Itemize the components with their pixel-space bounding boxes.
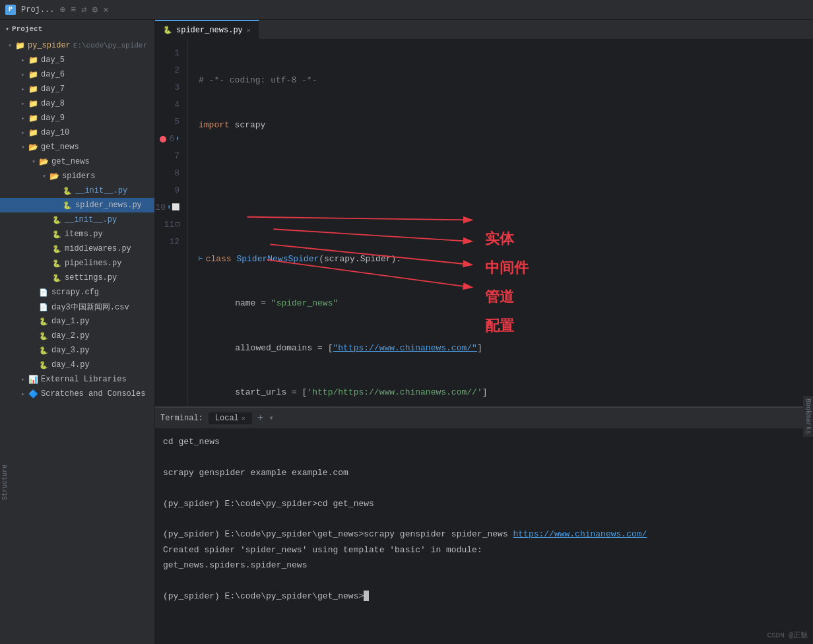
sidebar-item-day3py[interactable]: 🐍 day_3.py (0, 343, 154, 358)
sidebar-item-day9[interactable]: ▸ 📁 day_9 (0, 111, 154, 125)
sidebar-project-header[interactable]: ▾ Project (0, 20, 154, 38)
folder-icon: 📁 (28, 55, 38, 65)
toolbar-settings[interactable]: ⚙ (92, 4, 98, 15)
sidebar-item-getnews-inner[interactable]: ▾ 📂 get_news (0, 154, 154, 169)
sidebar-item-pipelines[interactable]: 🐍 pipelines.py (0, 256, 154, 271)
folder-label: day_10 (41, 128, 69, 137)
sidebar-item-day4py[interactable]: 🐍 day_4.py (0, 358, 154, 372)
code-line-3 (199, 162, 813, 179)
editor-content: 1 2 3 4 5 6 ⬆ 7 8 9 10 ⬆ ⬜ (155, 40, 813, 406)
terminal-dropdown-icon[interactable]: ▾ (269, 413, 273, 423)
folder-icon: 📁 (28, 69, 38, 80)
scratches-label: Scratches and Consoles (41, 389, 145, 399)
py-file-icon: 🐍 (62, 200, 73, 210)
root-name: py_spider (28, 41, 71, 50)
sidebar-item-spider-news[interactable]: 🐍 spider_news.py (0, 198, 154, 212)
folder-label: External Libraries (41, 375, 127, 384)
folder-label: get_news (41, 143, 79, 152)
file-label: items.py (65, 230, 103, 239)
code-text: class (206, 253, 237, 267)
sidebar-item-scratches[interactable]: ▸ 🔷 Scratches and Consoles (0, 387, 154, 401)
sidebar-item-init2[interactable]: 🐍 __init__.py (0, 212, 154, 227)
sidebar-item-settings[interactable]: 🐍 settings.py (0, 271, 154, 285)
file-label: pipelines.py (65, 259, 121, 268)
py-file-icon: 🐍 (51, 229, 62, 240)
line-numbers: 1 2 3 4 5 6 ⬆ 7 8 9 10 ⬆ ⬜ (155, 40, 188, 406)
sidebar-item-getnews[interactable]: ▾ 📂 get_news (0, 140, 154, 154)
terminal-line: get_news.spiders.spider_news (163, 558, 805, 573)
terminal-close-icon[interactable]: ✕ (242, 414, 245, 422)
sidebar-item-spiders[interactable]: ▾ 📂 spiders (0, 169, 154, 183)
sidebar-item-items[interactable]: 🐍 items.py (0, 227, 154, 242)
chevron-right-icon: ▸ (18, 85, 28, 93)
sidebar-item-day2py[interactable]: 🐍 day_2.py (0, 329, 154, 343)
tree-root[interactable]: ▾ 📁 py_spider E:\code\py_spider (0, 38, 154, 53)
sidebar-item-init1[interactable]: 🐍 __init__.py (0, 183, 154, 198)
sidebar-item-day6[interactable]: ▸ 📁 day_6 (0, 67, 154, 82)
terminal-tab-label: Local (215, 414, 239, 423)
file-label: day_4.py (51, 360, 90, 370)
toolbar-btn-3[interactable]: ⇄ (81, 4, 86, 15)
terminal-prompt-line: (py_spider) E:\code\py_spider\get_news> (163, 589, 805, 604)
folder-icon: 📁 (28, 98, 38, 109)
folder-open-icon: 📂 (49, 171, 59, 181)
code-text: # -*- coding: utf-8 -*- (199, 74, 317, 88)
code-editor[interactable]: # -*- coding: utf-8 -*- import scrapy ⊢ … (188, 40, 813, 406)
project-label: Project (12, 25, 42, 33)
folder-open-icon: 📂 (28, 142, 38, 152)
line-num-7: 7 (155, 148, 185, 165)
terminal-line (163, 573, 805, 589)
project-title: Proj... (21, 5, 54, 15)
csv-file-icon: 📄 (38, 302, 49, 312)
sidebar-item-day5[interactable]: ▸ 📁 day_5 (0, 53, 154, 67)
terminal-label: Terminal: (160, 414, 203, 423)
toolbar-btn-1[interactable]: ⊕ (59, 4, 65, 15)
structure-label[interactable]: Structure (0, 462, 10, 503)
line-num-6: 6 ⬆ (155, 131, 185, 148)
code-text: start_urls = [ (214, 386, 307, 400)
sidebar-item-day1py[interactable]: 🐍 day_1.py (0, 314, 154, 329)
tab-close-icon[interactable]: ✕ (247, 26, 251, 34)
sidebar-item-day7[interactable]: ▸ 📁 day_7 (0, 82, 154, 96)
terminal-content[interactable]: cd get_news scrapy genspider example exa… (155, 429, 813, 644)
editor-tabs: 🐍 spider_news.py ✕ (155, 20, 813, 40)
terminal-text: (py_spider) E:\code\py_spider\get_news>s… (163, 529, 513, 539)
scratches-icon: 🔷 (28, 389, 38, 399)
code-text: scrapy (230, 119, 266, 133)
sidebar-item-middlewares[interactable]: 🐍 middlewares.py (0, 242, 154, 256)
folder-label: day_7 (41, 84, 65, 94)
py-file-icon: 🐍 (38, 331, 49, 341)
tab-spider-news[interactable]: 🐍 spider_news.py ✕ (155, 20, 259, 39)
folder-label: spiders (62, 172, 95, 181)
toolbar-btn-2[interactable]: ≡ (71, 5, 76, 15)
sidebar-item-day10[interactable]: ▸ 📁 day_10 (0, 125, 154, 140)
terminal-tab-local[interactable]: Local ✕ (209, 412, 252, 424)
sidebar-item-external-libs[interactable]: ▸ 📊 External Libraries (0, 372, 154, 387)
breakpoint-icon[interactable] (160, 136, 166, 143)
chevron-down-icon: ▾ (18, 143, 28, 151)
file-label: scrapy.cfg (51, 288, 99, 297)
terminal-link[interactable]: https://www.chinanews.com/ (513, 529, 647, 539)
toolbar-close[interactable]: ✕ (103, 4, 108, 15)
bookmarks-label[interactable]: Bookmarks (803, 396, 813, 437)
editor-area: 🐍 spider_news.py ✕ 1 2 3 4 5 6 ⬆ 7 8 9 (155, 20, 813, 644)
code-text: import (199, 119, 230, 133)
chevron-right-icon: ▸ (18, 114, 28, 122)
sidebar-item-csv[interactable]: 📄 day3中国新闻网.csv (0, 300, 154, 314)
line-num-11: 11 □ (155, 216, 185, 234)
terminal-line: cd get_news (163, 434, 805, 449)
cfg-file-icon: 📄 (38, 287, 49, 298)
app-icon: P (5, 5, 16, 15)
terminal-line: (py_spider) E:\code\py_spider>cd get_new… (163, 496, 805, 511)
folder-open-icon: 📂 (38, 156, 49, 167)
code-text: SpiderNewsSpider (236, 253, 319, 267)
folder-icon: 📁 (15, 40, 25, 51)
file-label: settings.py (65, 273, 117, 282)
file-label: day3中国新闻网.csv (51, 302, 129, 313)
sidebar-item-day8[interactable]: ▸ 📁 day_8 (0, 96, 154, 111)
sidebar-item-scrapy-cfg[interactable]: 📄 scrapy.cfg (0, 285, 154, 300)
code-text: name = (214, 297, 271, 311)
terminal-add-button[interactable]: + (257, 412, 264, 424)
code-text: "https://www.chinanews.com/" (333, 342, 476, 356)
chevron-right-icon: ▸ (18, 100, 28, 108)
